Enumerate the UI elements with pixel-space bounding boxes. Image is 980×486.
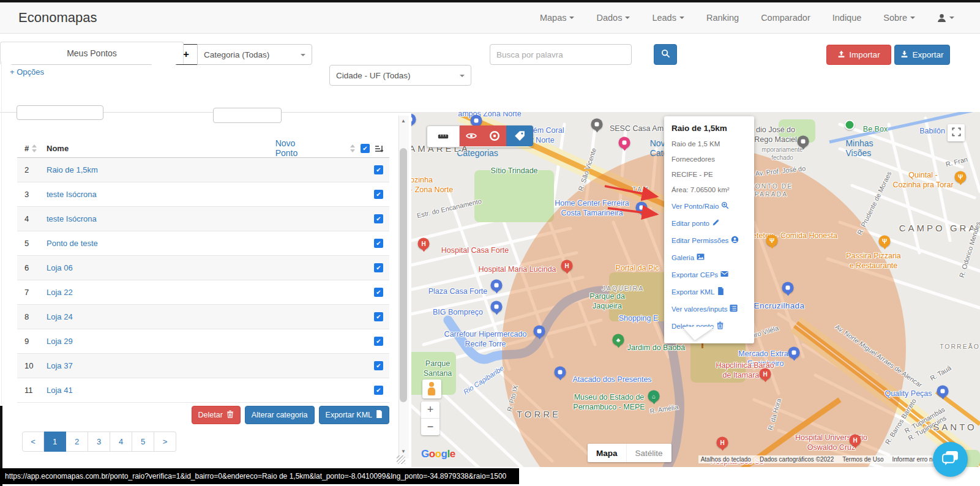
row-checkbox[interactable]: ✔: [374, 165, 383, 174]
sort-icon[interactable]: [32, 144, 37, 152]
search-button[interactable]: [654, 44, 677, 65]
row-checkbox[interactable]: ✔: [374, 361, 383, 370]
row-checkbox[interactable]: ✔: [374, 312, 383, 321]
google-map[interactable]: ampos Zona NorteAMARELAArmazém Coral - A…: [411, 112, 980, 467]
map-pin-h[interactable]: H: [717, 437, 728, 449]
row-name-link[interactable]: Loja 37: [47, 361, 73, 370]
map-pin-cart[interactable]: [491, 301, 503, 313]
page->[interactable]: >: [154, 432, 176, 452]
nav-item-comparador[interactable]: Comparador: [761, 13, 810, 23]
city-select[interactable]: Cidade - UF (Todas): [329, 65, 471, 86]
map-pin-bag[interactable]: [491, 280, 503, 291]
map-pin-bag[interactable]: [636, 202, 648, 214]
nav-item-sobre[interactable]: Sobre: [883, 13, 915, 23]
entries-select-partial[interactable]: [213, 108, 282, 123]
ver-valores-inputs-link[interactable]: Ver valores/inputs: [671, 304, 747, 313]
scroll-down-icon[interactable]: ▼: [401, 449, 406, 454]
nav-item-dados[interactable]: Dados: [596, 13, 630, 23]
row-name-link[interactable]: Raio de 1,5km: [47, 165, 98, 174]
map-pin-bag[interactable]: [555, 367, 566, 378]
tab-meus-pontos[interactable]: Meus Pontos: [0, 42, 184, 64]
user-menu[interactable]: [937, 13, 954, 23]
chat-widget-button[interactable]: [933, 442, 968, 477]
table-row[interactable]: 7Loja 22✔: [17, 280, 389, 305]
exportar-kml-link[interactable]: Exportar KML: [671, 287, 747, 296]
row-checkbox[interactable]: ✔: [374, 239, 383, 248]
table-row[interactable]: 6Loja 06✔: [17, 256, 389, 280]
map-pin-cart[interactable]: [534, 326, 545, 337]
street-view-pegman[interactable]: [422, 379, 441, 398]
exportar-ceps-link[interactable]: Exportar CEPs: [671, 270, 747, 279]
table-row[interactable]: 4teste Isócrona✔: [17, 207, 389, 231]
map-pin-tree[interactable]: ♣: [613, 334, 624, 346]
table-row[interactable]: 9Loja 29✔: [17, 329, 389, 354]
entries-select-partial[interactable]: [17, 105, 103, 120]
map-pin-cart[interactable]: [937, 386, 949, 397]
map-type-map[interactable]: Mapa: [588, 444, 626, 462]
attribution-link[interactable]: Atalhos do teclado: [701, 456, 751, 463]
page-4[interactable]: 4: [110, 432, 132, 452]
nav-item-indique[interactable]: Indique: [832, 13, 862, 23]
nav-item-leads[interactable]: Leads: [652, 13, 684, 23]
keyword-search-input[interactable]: [490, 44, 632, 65]
table-row[interactable]: 3teste Isócrona✔: [17, 182, 389, 207]
map-pin-hotel[interactable]: [619, 137, 630, 149]
map-pin-food[interactable]: Ψ: [766, 235, 778, 247]
resize-handle[interactable]: [397, 455, 405, 464]
eye-tool-button[interactable]: [460, 125, 483, 146]
ver-ponto-raio-link[interactable]: Ver Ponto/Raio: [671, 201, 747, 211]
target-tool-button[interactable]: [483, 125, 506, 146]
tag-tool-button[interactable]: [506, 125, 533, 146]
app-brand[interactable]: Economapas: [18, 2, 97, 33]
ruler-tool-button[interactable]: [427, 125, 460, 148]
map-pin-dot[interactable]: [845, 120, 855, 130]
map-pin-food[interactable]: Ψ: [879, 236, 891, 247]
page-1[interactable]: 1: [44, 432, 66, 452]
table-row[interactable]: 8Loja 24✔: [17, 305, 389, 329]
row-checkbox[interactable]: ✔: [374, 337, 383, 346]
scroll-up-icon[interactable]: ▲: [401, 118, 406, 124]
sort-amount-icon[interactable]: [375, 144, 383, 153]
map-pin-h[interactable]: H: [850, 435, 861, 446]
map-pin-museum[interactable]: ⌂: [648, 391, 660, 402]
options-link[interactable]: + Opções: [10, 67, 44, 77]
row-checkbox[interactable]: ✔: [374, 190, 383, 199]
row-name-link[interactable]: teste Isócrona: [47, 214, 97, 223]
category-select[interactable]: Categoria (Todas): [197, 44, 312, 65]
fullscreen-button[interactable]: [948, 124, 965, 141]
row-name-link[interactable]: teste Isócrona: [47, 190, 97, 199]
alterar-categoria-button[interactable]: Alterar categoria: [245, 406, 315, 424]
page-<[interactable]: <: [22, 432, 44, 452]
map-pin-food[interactable]: Ψ: [955, 171, 967, 183]
row-checkbox[interactable]: ✔: [374, 288, 383, 297]
row-name-link[interactable]: Loja 29: [47, 337, 73, 346]
nav-item-ranking[interactable]: Ranking: [706, 13, 739, 23]
zoom-in-button[interactable]: +: [421, 402, 440, 419]
page-2[interactable]: 2: [66, 432, 88, 452]
row-name-link[interactable]: Loja 41: [47, 386, 73, 395]
row-checkbox[interactable]: ✔: [374, 214, 383, 223]
nav-item-mapas[interactable]: Mapas: [540, 13, 575, 23]
attribution-link[interactable]: Dados cartográficos ©2022: [760, 456, 834, 463]
row-name-link[interactable]: Loja 06: [47, 263, 73, 272]
sort-icon[interactable]: [350, 144, 356, 152]
row-checkbox[interactable]: ✔: [374, 263, 383, 272]
attribution-link[interactable]: Termos de Uso: [842, 456, 883, 463]
map-pin-gray[interactable]: [798, 136, 809, 148]
zoom-out-button[interactable]: −: [421, 419, 440, 435]
table-row[interactable]: 5Ponto de teste✔: [17, 231, 389, 256]
table-row[interactable]: 11Loja 41✔: [17, 378, 389, 403]
map-pin-h[interactable]: H: [760, 368, 771, 380]
tab-minhas-visões[interactable]: Minhas Visões: [845, 138, 873, 158]
table-row[interactable]: 10Loja 37✔: [17, 354, 389, 378]
map-pin-bag[interactable]: [471, 115, 482, 127]
row-name-link[interactable]: Loja 24: [47, 312, 73, 321]
table-row[interactable]: 2Raio de 1,5km✔: [17, 158, 389, 182]
import-button[interactable]: Importar: [826, 45, 891, 65]
page-3[interactable]: 3: [88, 432, 110, 452]
col-name-header[interactable]: Nome: [47, 144, 69, 153]
map-pin-h[interactable]: H: [561, 260, 573, 272]
tab-novo-ponto[interactable]: Novo Ponto: [275, 138, 298, 158]
scrollbar-thumb[interactable]: [400, 148, 407, 402]
row-checkbox[interactable]: ✔: [374, 386, 383, 395]
